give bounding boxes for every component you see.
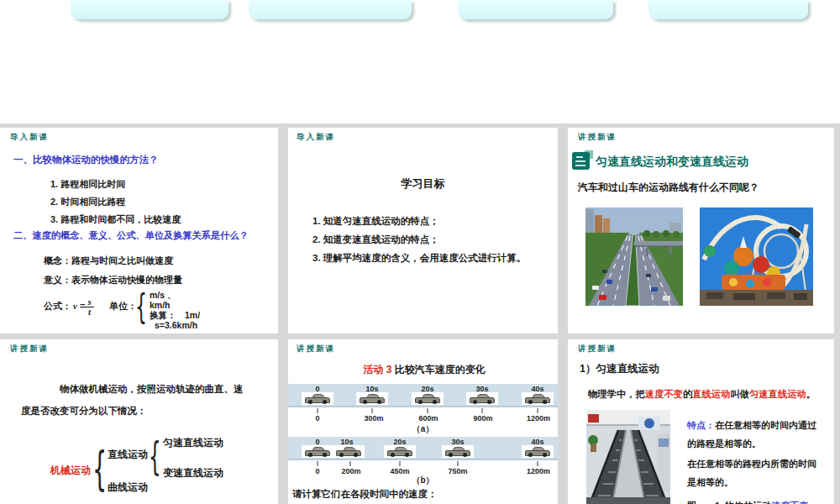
content-box-4 bbox=[648, 0, 808, 19]
slide-panel-learning-goals[interactable]: 导入新课 学习目标 1. 知道匀速直线运动的特点； 2. 知道变速直线运动的特点… bbox=[288, 128, 558, 333]
escalator-photo bbox=[586, 410, 670, 504]
subtitle: 1）匀速直线运动 bbox=[580, 362, 659, 376]
unit-line: km/h bbox=[150, 300, 171, 310]
axis-tick bbox=[400, 461, 401, 466]
distance-label: 0 bbox=[315, 414, 319, 423]
concept-line: 概念：路程与时间之比叫做速度 bbox=[44, 255, 173, 267]
car-band-a: 0 10s 20s 30s 40s bbox=[288, 384, 558, 407]
slide-panel-intro-review[interactable]: 导入新课 一、比较物体运动的快慢的方法？ 1. 路程相同比时间 2. 时间相同比… bbox=[0, 128, 278, 333]
car-icon bbox=[333, 445, 365, 458]
slide-header: 导入新课 bbox=[297, 132, 335, 143]
tree-brace-outer: { bbox=[92, 442, 107, 496]
car-icon bbox=[412, 392, 444, 405]
roller-coaster-photo bbox=[700, 207, 813, 306]
axis-tick bbox=[318, 408, 318, 413]
formula-expression: v =st bbox=[73, 297, 94, 317]
formula-v: v bbox=[73, 301, 77, 311]
slide-panel-classification[interactable]: 讲授新课 物体做机械运动，按照运动轨迹的曲直、速度是否改变可分为以下情况： 机械… bbox=[0, 339, 278, 504]
car-icon bbox=[302, 392, 333, 405]
activity-prompt: 请计算它们在各段时间中的速度： bbox=[292, 488, 438, 501]
slide-panel-topic[interactable]: 讲授新课 匀速直线运动和变速直线运动 汽车和过山车的运动路线有什么不同呢？ bbox=[568, 128, 834, 333]
distance-label: 600m bbox=[418, 414, 438, 423]
tree-branch: 曲线运动 bbox=[108, 480, 148, 495]
axis-tick bbox=[458, 461, 459, 466]
question-2: 二、速度的概念、意义、公式、单位及换算关系是什么？ bbox=[13, 229, 249, 242]
tree-root: 机械运动 bbox=[50, 464, 91, 478]
activity-title: 活动 3 比较汽车速度的变化 bbox=[358, 364, 491, 376]
axis-tick bbox=[538, 461, 538, 466]
feature-text-2: 在任意相等的路程内所需的时间是相等的。 bbox=[687, 459, 816, 487]
goals-title: 学习目标 bbox=[288, 176, 558, 192]
note-keyword: 速度不变 bbox=[771, 501, 808, 504]
note-text: 即： 1. 物体的运动 bbox=[687, 501, 771, 504]
activity-title-text: 比较汽车速度的变化 bbox=[395, 364, 486, 375]
activity-label: 活动 3 bbox=[363, 364, 391, 375]
slide-preview-page: { "colors": { "header_teal": "#15736b", … bbox=[0, 0, 840, 504]
definition-sentence: 物理学中，把速度不变的直线运动叫做匀速直线运动。 bbox=[588, 388, 816, 401]
question-1: 一、比较物体运动的快慢的方法？ bbox=[13, 154, 159, 166]
content-box-2 bbox=[249, 0, 412, 19]
axis-tick bbox=[538, 408, 538, 413]
text-segment: 物理学中，把 bbox=[588, 389, 645, 399]
car-icon bbox=[522, 392, 554, 405]
unit-brace: { bbox=[135, 287, 147, 326]
car-icon bbox=[442, 445, 474, 458]
distance-label: 1200m bbox=[527, 414, 550, 423]
axis-tick bbox=[428, 408, 428, 413]
topic-question: 汽车和过山车的运动路线有什么不同呢？ bbox=[578, 181, 759, 195]
slide-header: 讲授新课 bbox=[578, 132, 617, 143]
feature-label: 特点： bbox=[687, 420, 715, 430]
car-icon bbox=[522, 445, 554, 458]
axis-tick bbox=[372, 408, 373, 413]
distance-label: 900m bbox=[473, 414, 492, 423]
tree-branch: 直线运动 bbox=[108, 448, 148, 462]
formula-denominator: t bbox=[88, 307, 91, 317]
feature-paragraph-2: 在任意相等的路程内所需的时间是相等的。 bbox=[687, 454, 825, 491]
content-box-1 bbox=[71, 0, 228, 19]
slide-header: 讲授新课 bbox=[10, 344, 49, 354]
formula-label: 公式： bbox=[44, 300, 71, 312]
list-item: 1. 路程相同比时间 bbox=[50, 178, 125, 191]
text-segment-red: 直线运动 bbox=[692, 389, 730, 399]
unit-line: s=3.6km/h bbox=[155, 320, 197, 330]
axis-tick bbox=[350, 461, 351, 466]
section-three-icon bbox=[572, 152, 591, 171]
axis-tick bbox=[482, 408, 483, 413]
slide-header: 讲授新课 bbox=[297, 344, 335, 354]
list-item: 3. 路程和时间都不同，比较速度 bbox=[50, 213, 181, 226]
feature-paragraph: 特点：在任意相等的时间内通过的路程是相等的。 bbox=[687, 416, 825, 453]
meaning-line: 意义：表示物体运动快慢的物理量 bbox=[44, 274, 182, 286]
car-band-b: 0 10s 20s 30s 40s bbox=[288, 437, 558, 460]
slide-header: 导入新课 bbox=[10, 132, 49, 143]
highway-photo bbox=[585, 207, 683, 306]
section-title: 匀速直线运动和变速直线运动 bbox=[596, 155, 748, 170]
note-paragraph: 即： 1. 物体的运动速度不变。 bbox=[687, 496, 825, 504]
car-icon bbox=[384, 445, 416, 458]
text-segment-red: 匀速直线运动 bbox=[749, 389, 806, 399]
band-b-caption: （b） bbox=[288, 475, 558, 486]
text-segment: 叫做 bbox=[730, 389, 749, 399]
goal-item: 3. 理解平均速度的含义，会用速度公式进行计算。 bbox=[312, 252, 526, 265]
tree-leaf: 变速直线运动 bbox=[163, 466, 223, 480]
car-icon bbox=[356, 392, 388, 405]
band-a-caption: （a） bbox=[288, 423, 558, 435]
unit-label: 单位： bbox=[109, 300, 137, 312]
text-segment: 。 bbox=[806, 389, 816, 399]
tree-leaf: 匀速直线运动 bbox=[163, 436, 223, 450]
text-segment: 的 bbox=[683, 389, 692, 399]
note-text: 。 bbox=[808, 501, 817, 504]
text-segment-red: 速度不变 bbox=[645, 389, 683, 399]
slide-panel-activity[interactable]: 讲授新课 活动 3 比较汽车速度的变化 0 10s 20s 30s 40s 0 … bbox=[288, 339, 558, 504]
distance-label: 300m bbox=[364, 414, 383, 423]
feature-block: 特点：在任意相等的时间内通过的路程是相等的。 在任意相等的路程内所需的时间是相等… bbox=[687, 416, 825, 504]
list-item: 2. 时间相同比路程 bbox=[50, 196, 125, 208]
content-box-3 bbox=[458, 0, 613, 19]
slide-panel-top-partial[interactable] bbox=[0, 0, 840, 123]
car-icon bbox=[466, 392, 498, 405]
car-icon bbox=[302, 445, 333, 458]
classification-paragraph: 物体做机械运动，按照运动轨迹的曲直、速度是否改变可分为以下情况： bbox=[21, 378, 246, 422]
slide-header: 讲授新课 bbox=[578, 344, 617, 354]
slide-panel-uniform-motion[interactable]: 讲授新课 1）匀速直线运动 物理学中，把速度不变的直线运动叫做匀速直线运动。 bbox=[568, 339, 834, 504]
goal-item: 1. 知道匀速直线运动的特点； bbox=[312, 215, 439, 228]
tree-brace-inner: { bbox=[149, 433, 161, 479]
